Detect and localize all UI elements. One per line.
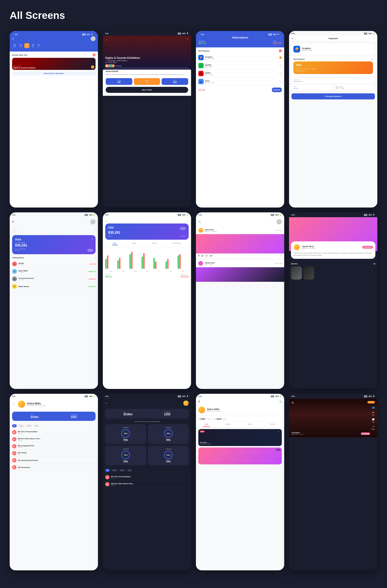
back-icon[interactable]: ← [105, 38, 108, 42]
chart-dots-icon[interactable]: ··· [186, 219, 189, 223]
add-card-row: + [12, 229, 96, 233]
sub-item-dropbox[interactable]: 📦 Dropbox $13.49 / month [198, 54, 282, 62]
password-field[interactable]: Password ••••••••• [291, 78, 375, 84]
learning-avatar[interactable] [18, 400, 25, 408]
other-events-btn[interactable]: Other Events in November [12, 71, 96, 75]
tab-lastmonth[interactable]: Last month [171, 242, 182, 245]
transactions-more-icon[interactable]: › [95, 257, 96, 259]
tab-all[interactable]: All [12, 424, 17, 427]
buy-ticket-btn[interactable]: Buy Ticket [106, 87, 188, 93]
tab-week[interactable]: Week [130, 242, 138, 245]
tab-concert[interactable]: Concert [267, 422, 278, 427]
trans-mattie[interactable]: M Mattie Burton +$183.00 [12, 283, 96, 290]
add-icon[interactable]: + [372, 58, 373, 60]
tab-month[interactable]: Month [150, 242, 158, 245]
tab-movie[interactable]: Movie [223, 422, 232, 427]
sub-item-drive[interactable]: ▲ Drive $13.49 / month [198, 78, 282, 86]
invite-btn[interactable]: 👥 [372, 406, 375, 409]
learning-dark-avatar[interactable] [183, 400, 189, 406]
tab-test[interactable]: Test [33, 424, 39, 427]
event-card-1[interactable]: 02 Nov 2019 Sights & Sounds Exhibition › [12, 58, 96, 70]
cvv-field[interactable]: CVV ••••• [291, 85, 333, 90]
dark-tab-test[interactable]: Test [127, 469, 132, 472]
feed-avatar[interactable] [277, 219, 282, 225]
tab-game[interactable]: Game [245, 422, 254, 427]
mattie-icon: M [12, 284, 17, 289]
like-btn[interactable]: ♥ 573 [372, 411, 374, 416]
comment-icon-1[interactable]: 💬 [205, 255, 208, 257]
subs-dots-icon[interactable]: ··· [280, 37, 282, 39]
subs-back-icon[interactable]: ← [198, 37, 200, 39]
drive-radio[interactable] [279, 80, 282, 83]
screen-social-feed: 9:41 ▌▌▌ WiFi 🔋 🔍 Jared Terry Melbourne,… [196, 212, 284, 389]
like-icon-1[interactable]: ♥ [198, 255, 199, 257]
cal-day-2[interactable]: 14 Tue [18, 43, 23, 48]
lesson-1[interactable]: 567 Test & Pronunciations 1h 17m [10, 429, 98, 436]
lesson-2[interactable]: 566 The Collins Words of the... 1h 30m [10, 436, 98, 443]
tab-audio[interactable]: Audio [18, 424, 25, 427]
sub-item-netflix[interactable]: N Netflix $8.2 / month [198, 70, 282, 78]
dark-tab-all[interactable]: All [105, 469, 110, 472]
event-info: 02 Nov 2019 Sights & Sounds Exhibition [13, 65, 36, 69]
heart-icon[interactable]: ♡ [187, 38, 189, 41]
payment-btn[interactable]: Payment [272, 87, 282, 92]
dropbox-radio[interactable] [279, 56, 282, 59]
live-card-2[interactable]: 10k [198, 447, 282, 464]
story-2[interactable] [303, 266, 314, 280]
trans-owen[interactable]: O Owen Miller **** 3214 +$826.00 [12, 268, 96, 275]
live-menu-icon[interactable]: ☰ [198, 400, 200, 403]
profile-avatar[interactable] [293, 244, 300, 251]
lesson-6[interactable]: 562 Introduction [10, 464, 98, 471]
cal-day-5[interactable]: 17 Fri [36, 43, 41, 48]
live-profile-avatar[interactable] [198, 407, 205, 413]
following-btn[interactable]: Following [362, 246, 373, 249]
more-icon-1[interactable]: ··· [280, 255, 282, 257]
add-card-btn[interactable]: + [12, 229, 17, 233]
netflix-radio[interactable] [279, 72, 282, 75]
menu-icon[interactable]: ☰ [12, 38, 14, 40]
dark-lesson-1[interactable]: 567 Test & Pronunciations 1h 17m [103, 474, 191, 481]
story-1[interactable] [291, 266, 302, 280]
screen-event-detail: 9:41 ▌▌▌ WiFi 🔋 ← ♡ Sights & Sounds Exhi… [103, 31, 191, 208]
sub-item-spotify[interactable]: ♪ Spotify $21 / month [198, 62, 282, 70]
video-following-btn[interactable]: Following [361, 432, 370, 435]
tab-live[interactable]: Live [203, 422, 210, 427]
trans-insurance[interactable]: ▲ Personal Insurance **** 7213 -$138.00 [12, 275, 96, 283]
wallet-avatar[interactable] [90, 219, 96, 225]
card-toggle-6[interactable] [180, 227, 186, 230]
total-row: $13.49 Payment [198, 86, 282, 93]
share-btn[interactable]: ↗ Share [371, 425, 375, 430]
wallet-menu-icon[interactable]: ☰ [12, 221, 14, 223]
lesson-4[interactable]: 564 Testing 40m [10, 450, 98, 457]
dark-tab-audio[interactable]: Audio [111, 469, 118, 472]
chart-back-icon[interactable]: ← [105, 219, 108, 223]
live-card-1[interactable]: @metalica Rock & Roll · Zone 7 LIVE 71k [198, 429, 282, 446]
dark-lesson-2[interactable]: 566 The Collins Words of the... 1h 30m [103, 481, 191, 488]
post-1-avatar[interactable] [198, 228, 203, 233]
cal-day-4[interactable]: 16 Thu [30, 43, 35, 48]
dark-tab-video[interactable]: Video [119, 469, 126, 472]
tab-day[interactable]: Day [112, 242, 118, 245]
live-search-icon[interactable]: 🔍 [279, 400, 282, 403]
search-icon[interactable]: 🔍 [198, 221, 201, 223]
learning-back-icon[interactable]: ← [12, 402, 15, 406]
avatar-1[interactable] [91, 36, 96, 41]
learning-dark-back-icon[interactable]: ← [105, 401, 108, 405]
payment-dots-icon[interactable]: ··· [373, 38, 375, 40]
card-toggle[interactable] [87, 249, 93, 252]
expire-field[interactable]: Expire Date 07 / 21 [334, 85, 375, 90]
section-title: Events Near You 12 [12, 53, 96, 56]
lesson-5[interactable]: 563 Listening Skill Practice [10, 457, 98, 464]
cal-day-3[interactable]: 15 Wed [24, 43, 29, 48]
post-2-avatar[interactable] [198, 261, 203, 266]
payment-close-icon[interactable]: ✕ [291, 38, 293, 40]
spotify-radio[interactable] [279, 64, 282, 67]
proceed-payment-btn[interactable]: Proceed Payment [291, 93, 375, 99]
tab-video[interactable]: Video [26, 424, 33, 427]
video-close-icon[interactable]: ✕ [291, 401, 294, 404]
comment-btn[interactable]: 💬 128 [372, 418, 375, 423]
lesson-3[interactable]: 565 Language Review 2h 30m [10, 443, 98, 450]
event-arrow-btn[interactable]: › [91, 65, 94, 69]
trans-airbnb[interactable]: A Airbnb **** 3214 -$17.00 [12, 260, 96, 268]
cal-day-1[interactable]: 13 Mon [12, 43, 17, 48]
